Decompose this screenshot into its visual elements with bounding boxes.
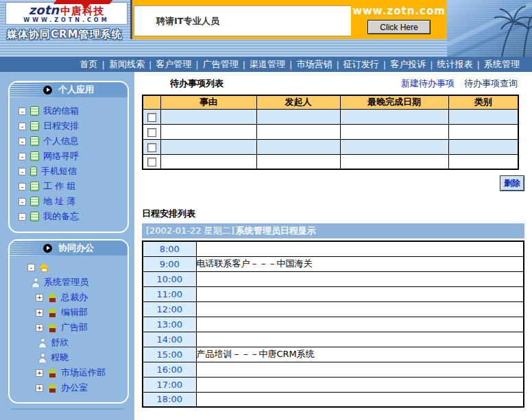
collapse-toggle[interactable]: - (19, 198, 26, 206)
collapse-toggle[interactable]: - (19, 108, 26, 115)
palm-trees-image (447, 0, 532, 57)
ad-site-url: www.zotn.com (352, 5, 446, 17)
schedule-row: 12:00 (143, 301, 524, 317)
tree-node-label: 广告部 (61, 321, 88, 334)
sidebar-item-label: 我的备忘 (43, 210, 79, 223)
personal-apps-panel: 个人应用 -我的信箱-日程安排-个人信息-网络寻呼-手机短信-工 作 组-地 址… (8, 81, 129, 233)
todo-cell (448, 139, 518, 154)
todo-column-header-2: 发起人 (256, 95, 340, 109)
collapse-toggle[interactable]: - (19, 213, 26, 221)
sidebar: 个人应用 -我的信箱-日程安排-个人信息-网络寻呼-手机短信-工 作 组-地 址… (0, 72, 134, 420)
schedule-event-cell (196, 392, 524, 407)
tree-dept-node[interactable]: +总裁办 (10, 290, 128, 305)
main-content: 待办事项列表 新建待办事项 待办事项查询 事由发起人最晚完成日期类别 删除 日程… (134, 72, 532, 420)
nav-item-7[interactable]: 征订发行 (343, 58, 379, 71)
logo-red-triangle (81, 3, 90, 10)
sidebar-item-memo[interactable]: -我的备忘 (10, 210, 128, 223)
schedule-event-cell (196, 377, 524, 392)
sidebar-item-label: 个人信息 (43, 135, 79, 147)
nav-item-3[interactable]: 客户管理 (156, 58, 191, 71)
todo-title: 待办事项列表 (170, 77, 223, 90)
ad-banner[interactable]: 聘请IT专业人员 www.zotn.com Click Here (130, 0, 447, 39)
nav-separator: | (336, 60, 339, 70)
schedule-header-bar: [2002-01-22 星期二] 系统管理员日程显示 (142, 223, 524, 238)
tree-person-node[interactable]: 系统管理员 (10, 275, 128, 290)
schedule-icon (30, 121, 39, 131)
collapse-toggle[interactable]: - (19, 183, 26, 190)
expand-toggle[interactable]: + (36, 324, 43, 332)
nav-separator: | (383, 60, 386, 70)
nav-item-6[interactable]: 市场营销 (296, 58, 332, 71)
sidebar-item-profile[interactable]: -个人信息 (10, 134, 128, 148)
delete-button[interactable]: 删除 (500, 175, 524, 191)
todo-row-checkbox-cell (143, 109, 160, 124)
row-checkbox[interactable] (147, 158, 156, 166)
click-here-button[interactable]: Click Here (367, 20, 431, 34)
schedule-event-cell (196, 241, 524, 256)
nav-separator: | (195, 60, 198, 70)
collapse-toggle[interactable]: - (19, 123, 26, 130)
collapse-toggle[interactable]: - (19, 138, 26, 145)
tree-dept-node[interactable]: +办公室 (10, 380, 128, 395)
tree-node-label: 编辑部 (61, 306, 88, 319)
office-title: 协同办公 (58, 242, 94, 254)
nav-separator: | (477, 60, 480, 70)
expand-toggle[interactable]: + (36, 309, 43, 317)
collapse-toggle[interactable]: - (27, 264, 35, 271)
tree-node-label: 办公室 (61, 382, 88, 394)
query-todo-link[interactable]: 待办事项查询 (464, 78, 518, 88)
sidebar-item-schedule[interactable]: -日程安排 (10, 119, 128, 133)
nav-item-10[interactable]: 系统管理 (484, 58, 520, 71)
play-icon (43, 244, 52, 253)
collapse-toggle[interactable]: - (19, 153, 26, 160)
expand-toggle[interactable]: + (36, 384, 43, 392)
sidebar-item-workgroup[interactable]: -工 作 组 (10, 180, 128, 193)
tree-dept-node[interactable]: +市场运作部 (10, 365, 128, 380)
row-checkbox[interactable] (147, 113, 156, 122)
office-header[interactable]: 协同办公 (10, 240, 128, 256)
expand-toggle[interactable]: + (36, 294, 43, 301)
sidebar-divider (11, 408, 123, 410)
nav-separator: | (289, 60, 292, 70)
tree-dept-node[interactable]: +广告部 (10, 320, 128, 335)
content-area: 个人应用 -我的信箱-日程安排-个人信息-网络寻呼-手机短信-工 作 组-地 址… (0, 72, 532, 420)
todo-cell (448, 154, 518, 169)
nav-item-2[interactable]: 新闻线索 (109, 58, 145, 71)
tree-node-label: 程晓 (51, 351, 69, 364)
todo-cell (340, 154, 448, 169)
nav-separator: | (101, 60, 104, 70)
schedule-row: 10:00 (143, 271, 524, 286)
sidebar-item-label: 日程安排 (43, 120, 79, 132)
sidebar-item-addressbook[interactable]: -地 址 薄 (10, 195, 128, 208)
nav-separator: | (430, 60, 433, 70)
nav-item-5[interactable]: 渠道管理 (250, 58, 285, 71)
tree-person-node[interactable]: 舒欣 (10, 335, 128, 350)
schedule-event-cell (196, 317, 524, 332)
personal-apps-header[interactable]: 个人应用 (10, 82, 128, 97)
schedule-row: 9:00电话联系客户－－－中国海关 (143, 256, 524, 271)
paging-icon (30, 151, 39, 161)
tree-person-node[interactable]: 程晓 (10, 350, 128, 365)
schedule-time-cell: 15:00 (143, 347, 196, 362)
collapse-toggle[interactable]: - (19, 168, 26, 175)
sidebar-item-label: 工 作 组 (43, 180, 75, 193)
sidebar-item-mailbox[interactable]: -我的信箱 (10, 104, 128, 118)
schedule-time-cell: 8:00 (143, 241, 196, 256)
sidebar-item-paging[interactable]: -网络寻呼 (10, 149, 128, 163)
nav-separator: | (243, 60, 245, 70)
nav-item-1[interactable]: 首页 (80, 58, 97, 71)
ad-banner-message[interactable]: 聘请IT专业人员 (134, 5, 351, 36)
expand-toggle[interactable]: + (36, 369, 43, 377)
new-todo-link[interactable]: 新建待办事项 (401, 78, 455, 88)
nav-item-4[interactable]: 广告管理 (203, 58, 239, 71)
logo-url: WWW.ZOTN.COM (23, 18, 109, 23)
nav-item-8[interactable]: 客户投诉 (390, 58, 426, 71)
sidebar-item-sms[interactable]: -手机短信 (10, 164, 128, 178)
tree-dept-node[interactable]: +编辑部 (10, 305, 128, 320)
schedule-time-cell: 13:00 (143, 317, 196, 332)
nav-item-9[interactable]: 统计报表 (437, 58, 473, 71)
tree-root-node[interactable]: - (10, 260, 128, 275)
row-checkbox[interactable] (147, 128, 156, 137)
row-checkbox[interactable] (147, 143, 156, 152)
schedule-time-cell: 10:00 (143, 271, 196, 286)
